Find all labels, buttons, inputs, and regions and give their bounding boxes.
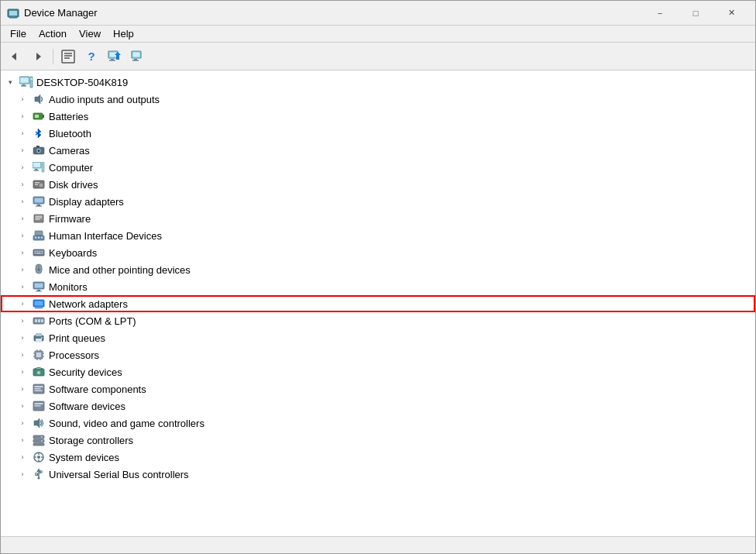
tree-item-keyboards[interactable]: › Keyboards xyxy=(1,244,755,261)
tree-item-batteries[interactable]: › Batteries xyxy=(1,108,755,125)
tree-item-mice[interactable]: › Mice and other pointing devices xyxy=(1,261,755,278)
expand-icon-computer[interactable]: › xyxy=(16,161,29,174)
svg-marker-4 xyxy=(12,53,16,60)
back-button[interactable] xyxy=(4,46,26,67)
svg-rect-28 xyxy=(35,115,39,118)
svg-rect-34 xyxy=(33,163,40,167)
svg-rect-32 xyxy=(36,146,40,147)
svg-rect-99 xyxy=(35,405,41,407)
svg-rect-68 xyxy=(37,290,40,291)
svg-rect-54 xyxy=(41,237,43,239)
label-computer: Computer xyxy=(49,162,93,174)
tree-item-usb[interactable]: › Universal Serial Bus controllers xyxy=(1,466,755,483)
svg-rect-95 xyxy=(35,388,41,390)
expand-icon-disk[interactable]: › xyxy=(16,178,29,191)
tree-item-software-devices[interactable]: › Software devices xyxy=(1,397,755,415)
expand-icon-network[interactable]: › xyxy=(16,298,29,310)
svg-point-80 xyxy=(41,337,43,339)
expand-icon-audio[interactable]: › xyxy=(16,93,29,105)
tree-item-security[interactable]: › Security devices xyxy=(1,363,755,380)
expand-icon-software-devices[interactable]: › xyxy=(16,400,29,412)
label-storage: Storage controllers xyxy=(49,435,133,446)
forward-button[interactable] xyxy=(27,46,49,67)
svg-point-41 xyxy=(40,184,43,188)
expand-icon-keyboards[interactable]: › xyxy=(16,246,29,259)
menu-view[interactable]: View xyxy=(73,27,107,40)
svg-point-111 xyxy=(37,456,40,459)
svg-rect-98 xyxy=(35,403,43,404)
show-monitor-button[interactable] xyxy=(127,46,149,67)
menu-file[interactable]: File xyxy=(4,27,33,40)
expand-icon-cameras[interactable]: › xyxy=(16,144,29,157)
label-print: Print queues xyxy=(49,332,105,344)
expand-icon-usb[interactable]: › xyxy=(16,468,29,480)
main-content: ▾ DESKTOP-504K819 › Audio inputs and ou xyxy=(1,71,755,536)
tree-item-software-components[interactable]: › Software components xyxy=(1,380,755,397)
expand-icon-monitors[interactable]: › xyxy=(16,280,29,293)
expand-icon-firmware[interactable]: › xyxy=(16,212,29,225)
tree-item-system[interactable]: › System devices xyxy=(1,449,755,466)
svg-rect-79 xyxy=(36,339,42,342)
svg-rect-76 xyxy=(41,319,43,322)
menu-action[interactable]: Action xyxy=(33,27,73,40)
icon-storage xyxy=(32,433,46,447)
update-driver-button[interactable] xyxy=(104,46,125,67)
tree-item-sound[interactable]: › Sound, video and game controllers xyxy=(1,415,755,432)
tree-item-disk[interactable]: › Disk drives xyxy=(1,176,755,193)
tree-item-bluetooth[interactable]: › Bluetooth xyxy=(1,125,755,142)
maximize-button[interactable]: □ xyxy=(678,1,713,26)
tree-item-hid[interactable]: › Human Interface Devices xyxy=(1,227,755,244)
tree-item-cameras[interactable]: › Cameras xyxy=(1,142,755,159)
device-tree[interactable]: ▾ DESKTOP-504K819 › Audio inputs and ou xyxy=(1,71,755,536)
tree-item-print[interactable]: › Print queues xyxy=(1,329,755,346)
icon-sound xyxy=(32,416,46,430)
label-mice: Mice and other pointing devices xyxy=(49,264,191,276)
icon-monitors xyxy=(32,280,46,294)
expand-icon-print[interactable]: › xyxy=(16,332,29,344)
svg-rect-96 xyxy=(35,391,43,392)
svg-rect-59 xyxy=(42,251,43,253)
minimize-button[interactable]: − xyxy=(642,1,678,26)
expand-icon-system[interactable]: › xyxy=(16,451,29,463)
tree-item-monitors[interactable]: › Monitors xyxy=(1,278,755,295)
tree-item-storage[interactable]: › Storage controllers xyxy=(1,432,755,449)
menu-help[interactable]: Help xyxy=(107,27,140,40)
expand-icon-security[interactable]: › xyxy=(16,366,29,378)
tree-item-processors[interactable]: › Processors xyxy=(1,346,755,363)
icon-cameras xyxy=(32,143,46,157)
close-button[interactable]: ✕ xyxy=(713,1,749,26)
svg-rect-49 xyxy=(36,219,40,220)
expand-icon-display[interactable]: › xyxy=(16,195,29,208)
expand-icon-mice[interactable]: › xyxy=(16,263,29,276)
help-button[interactable]: ? xyxy=(81,46,102,67)
svg-marker-100 xyxy=(34,418,40,428)
root-expand-icon[interactable]: ▾ xyxy=(4,76,16,88)
expand-icon-software-components[interactable]: › xyxy=(16,383,29,395)
label-security: Security devices xyxy=(49,366,122,378)
svg-rect-82 xyxy=(36,353,41,357)
toolbar: ? xyxy=(1,43,755,71)
tree-item-display[interactable]: › Display adapters xyxy=(1,193,755,210)
expand-icon-batteries[interactable]: › xyxy=(16,110,29,122)
tree-item-computer[interactable]: › Computer xyxy=(1,159,755,176)
label-audio: Audio inputs and outputs xyxy=(49,94,160,105)
tree-item-firmware[interactable]: › Firmware xyxy=(1,210,755,227)
expand-icon-hid[interactable]: › xyxy=(16,229,29,242)
window-icon xyxy=(7,7,19,19)
tree-item-ports[interactable]: › Ports (COM & LPT) xyxy=(1,312,755,329)
svg-rect-78 xyxy=(36,333,42,336)
tree-root[interactable]: ▾ DESKTOP-504K819 xyxy=(1,74,755,91)
svg-rect-6 xyxy=(62,50,74,63)
expand-icon-storage[interactable]: › xyxy=(16,434,29,446)
svg-rect-94 xyxy=(35,386,43,387)
label-keyboards: Keyboards xyxy=(49,247,97,259)
expand-icon-bluetooth[interactable]: › xyxy=(16,127,29,139)
tree-item-network[interactable]: › Network adapters xyxy=(1,295,755,312)
expand-icon-sound[interactable]: › xyxy=(16,417,29,429)
properties-button[interactable] xyxy=(57,46,79,67)
expand-icon-processors[interactable]: › xyxy=(16,349,29,361)
svg-rect-44 xyxy=(37,205,40,206)
expand-icon-ports[interactable]: › xyxy=(16,315,29,327)
tree-item-audio[interactable]: › Audio inputs and outputs xyxy=(1,91,755,108)
svg-rect-72 xyxy=(35,308,43,308)
